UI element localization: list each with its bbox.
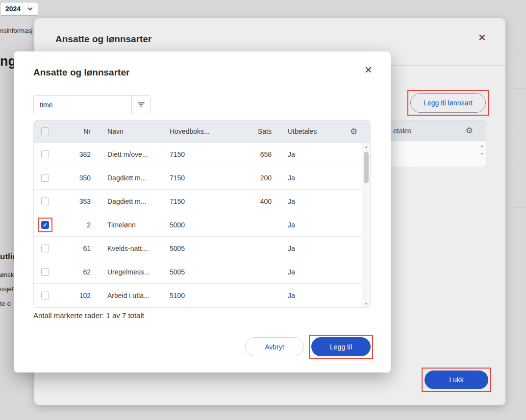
payroll-table: Nr Navn Hovedboks... Sats Utbetales ⚙ 38… — [33, 120, 371, 308]
background-text-fragment: te o — [0, 300, 11, 307]
cell-hovedbok: 7150 — [170, 150, 230, 158]
close-icon[interactable]: × — [478, 31, 486, 44]
header-utbetales: Utbetales — [272, 127, 345, 135]
cell-utbetales: Ja — [272, 292, 345, 299]
cell-nr: 382 — [56, 150, 91, 158]
cell-nr: 2 — [56, 221, 91, 229]
header-checkbox-cell — [34, 121, 56, 142]
background-text-fragment: osjel — [0, 285, 13, 293]
background-row-divider — [509, 128, 526, 128]
cell-nr: 62 — [56, 268, 91, 276]
cell-navn: Dagdiett m... — [91, 174, 170, 182]
cell-hovedbok: 5005 — [170, 268, 230, 276]
chevron-down-icon — [28, 6, 33, 11]
header-nr: Nr — [56, 127, 91, 135]
search-area — [33, 95, 150, 114]
table-row: 382 Diett m/ove... 7150 658 Ja — [34, 143, 370, 166]
cell-navn: Arbeid i utla... — [91, 292, 170, 299]
filter-button[interactable] — [131, 95, 150, 114]
add-button[interactable]: Legg til — [311, 337, 371, 356]
background-row-divider — [509, 49, 526, 49]
cell-utbetales: Ja — [272, 174, 345, 182]
cell-utbetales: Ja — [272, 268, 345, 276]
front-modal: Ansatte og lønnsarter × Nr Navn Hovedbok… — [14, 51, 391, 372]
search-input[interactable] — [33, 95, 131, 114]
scroll-up-icon[interactable]: ▲ — [365, 145, 368, 148]
add-payroll-type-button[interactable]: Legg til lønnsart — [410, 93, 486, 113]
table-row-selected: 2 Timelønn 5000 Ja — [34, 213, 370, 237]
table-scrollbar[interactable]: ▲ ▼ — [362, 143, 370, 307]
year-dropdown-value: 2024 — [5, 5, 21, 13]
gear-icon[interactable]: ⚙ — [345, 126, 362, 137]
cell-utbetales: Ja — [272, 198, 345, 205]
annotation-highlight: Legg til — [309, 335, 373, 359]
header-sats: Sats — [230, 127, 272, 135]
cell-sats: 200 — [230, 174, 272, 182]
background-row-divider — [509, 88, 526, 89]
row-checkbox[interactable] — [41, 174, 49, 182]
cancel-button[interactable]: Avbryt — [245, 337, 304, 356]
table-header-row: Nr Navn Hovedboks... Sats Utbetales ⚙ — [34, 121, 370, 143]
close-modal-button[interactable]: Lukk — [425, 371, 488, 389]
table-row: 102 Arbeid i utla... 5100 Ja — [34, 284, 370, 307]
cell-hovedbok: 5000 — [170, 221, 230, 229]
close-icon[interactable]: × — [365, 63, 372, 76]
row-checkbox[interactable] — [41, 292, 49, 299]
scrollbar-thumb[interactable] — [364, 152, 369, 183]
row-checkbox[interactable] — [41, 245, 49, 252]
cell-navn: Timelønn — [91, 221, 170, 229]
scroll-down-icon[interactable]: ▼ — [365, 302, 368, 305]
table-row: 62 Uregelmess... 5005 Ja — [34, 260, 370, 284]
row-checkbox[interactable] — [41, 150, 49, 158]
cell-navn: Kvelds-natt... — [91, 245, 170, 252]
header-hovedbok: Hovedboks... — [170, 127, 230, 135]
back-modal-title: Ansatte og lønnsarter — [55, 34, 151, 45]
cell-utbetales: Ja — [272, 245, 345, 252]
cell-hovedbok: 5100 — [170, 292, 230, 299]
cell-sats: 658 — [230, 150, 272, 158]
table-body: 382 Diett m/ove... 7150 658 Ja 350 Dagdi… — [34, 143, 370, 307]
filter-icon — [137, 101, 145, 108]
cell-hovedbok: 7150 — [170, 198, 230, 205]
table-row: 353 Dagdiett m... 7150 400 Ja — [34, 190, 370, 213]
cell-nr: 353 — [56, 198, 91, 205]
front-modal-title: Ansatte og lønnsarter — [33, 67, 129, 78]
row-checkbox[interactable] — [41, 198, 49, 205]
year-dropdown[interactable]: 2024 — [0, 2, 38, 16]
scroll-down-icon[interactable]: ▼ — [480, 152, 484, 155]
gear-icon[interactable]: ⚙ — [466, 125, 473, 136]
cell-utbetales: Ja — [272, 221, 345, 229]
screen: 2024 nsinformasj nge utlig ønsk? osjel t… — [0, 0, 526, 420]
cell-sats: 400 — [230, 198, 272, 205]
partial-column-header: etales — [393, 127, 411, 135]
annotation-highlight — [38, 218, 52, 232]
scroll-up-icon[interactable]: ▲ — [480, 144, 484, 148]
background-row-divider — [509, 207, 526, 208]
cell-navn: Diett m/ove... — [91, 150, 170, 158]
background-tab-fragment: nsinformasj — [0, 27, 32, 34]
cell-navn: Dagdiett m... — [91, 198, 170, 205]
table-row: 61 Kvelds-natt... 5005 Ja — [34, 237, 370, 260]
annotation-highlight: Legg til lønnsart — [407, 90, 489, 116]
back-modal-scrollbar[interactable]: ▲ ▼ — [480, 144, 484, 155]
cell-utbetales: Ja — [272, 150, 345, 158]
header-navn: Navn — [91, 127, 170, 135]
background-row-divider — [509, 168, 526, 168]
cell-hovedbok: 5005 — [170, 245, 230, 252]
selection-summary: Antall markerte rader: 1 av 7 totalt — [33, 311, 144, 320]
cell-nr: 102 — [56, 292, 91, 299]
row-checkbox[interactable] — [41, 268, 49, 276]
table-row: 350 Dagdiett m... 7150 200 Ja — [34, 166, 370, 190]
cell-navn: Uregelmess... — [91, 268, 170, 276]
cell-hovedbok: 7150 — [170, 174, 230, 182]
cell-nr: 61 — [56, 245, 91, 252]
select-all-checkbox[interactable] — [41, 127, 49, 135]
annotation-highlight: Lukk — [422, 368, 491, 392]
cell-nr: 350 — [56, 174, 91, 182]
